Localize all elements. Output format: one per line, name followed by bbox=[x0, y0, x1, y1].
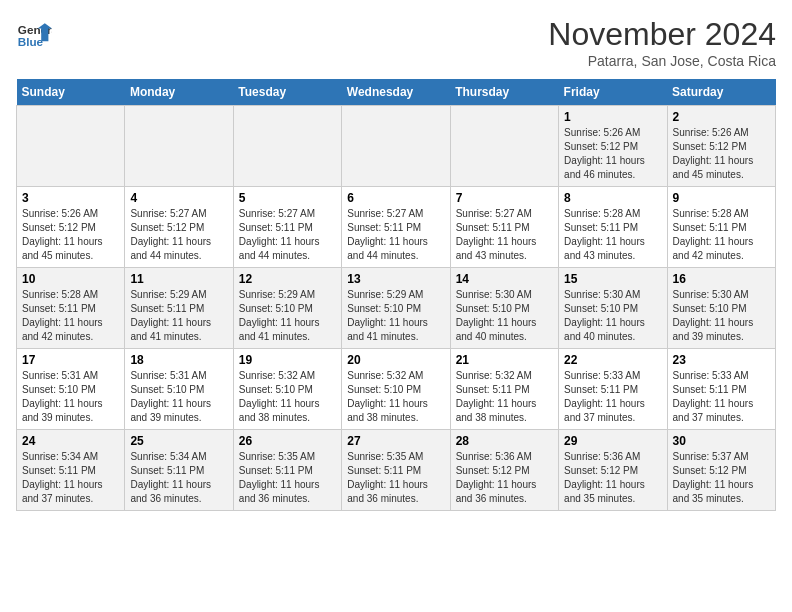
calendar-day-cell: 28Sunrise: 5:36 AM Sunset: 5:12 PM Dayli… bbox=[450, 430, 558, 511]
calendar-day-cell: 24Sunrise: 5:34 AM Sunset: 5:11 PM Dayli… bbox=[17, 430, 125, 511]
day-number: 13 bbox=[347, 272, 444, 286]
day-info: Sunrise: 5:32 AM Sunset: 5:11 PM Dayligh… bbox=[456, 369, 553, 425]
page-header: General Blue November 2024 Patarra, San … bbox=[16, 16, 776, 69]
day-number: 24 bbox=[22, 434, 119, 448]
day-number: 29 bbox=[564, 434, 661, 448]
calendar-day-cell: 21Sunrise: 5:32 AM Sunset: 5:11 PM Dayli… bbox=[450, 349, 558, 430]
day-info: Sunrise: 5:29 AM Sunset: 5:10 PM Dayligh… bbox=[239, 288, 336, 344]
day-info: Sunrise: 5:27 AM Sunset: 5:12 PM Dayligh… bbox=[130, 207, 227, 263]
calendar-day-cell: 3Sunrise: 5:26 AM Sunset: 5:12 PM Daylig… bbox=[17, 187, 125, 268]
logo-icon: General Blue bbox=[16, 16, 52, 52]
day-number: 23 bbox=[673, 353, 770, 367]
calendar-day-cell: 20Sunrise: 5:32 AM Sunset: 5:10 PM Dayli… bbox=[342, 349, 450, 430]
day-of-week-header: Wednesday bbox=[342, 79, 450, 106]
day-info: Sunrise: 5:30 AM Sunset: 5:10 PM Dayligh… bbox=[673, 288, 770, 344]
day-of-week-header: Saturday bbox=[667, 79, 775, 106]
calendar-day-cell: 5Sunrise: 5:27 AM Sunset: 5:11 PM Daylig… bbox=[233, 187, 341, 268]
calendar-day-cell bbox=[17, 106, 125, 187]
day-info: Sunrise: 5:27 AM Sunset: 5:11 PM Dayligh… bbox=[239, 207, 336, 263]
calendar-week-row: 1Sunrise: 5:26 AM Sunset: 5:12 PM Daylig… bbox=[17, 106, 776, 187]
calendar-day-cell: 25Sunrise: 5:34 AM Sunset: 5:11 PM Dayli… bbox=[125, 430, 233, 511]
day-info: Sunrise: 5:27 AM Sunset: 5:11 PM Dayligh… bbox=[456, 207, 553, 263]
day-number: 4 bbox=[130, 191, 227, 205]
day-info: Sunrise: 5:31 AM Sunset: 5:10 PM Dayligh… bbox=[130, 369, 227, 425]
day-info: Sunrise: 5:26 AM Sunset: 5:12 PM Dayligh… bbox=[564, 126, 661, 182]
calendar-day-cell: 10Sunrise: 5:28 AM Sunset: 5:11 PM Dayli… bbox=[17, 268, 125, 349]
day-of-week-header: Tuesday bbox=[233, 79, 341, 106]
day-info: Sunrise: 5:36 AM Sunset: 5:12 PM Dayligh… bbox=[456, 450, 553, 506]
day-number: 19 bbox=[239, 353, 336, 367]
day-info: Sunrise: 5:29 AM Sunset: 5:11 PM Dayligh… bbox=[130, 288, 227, 344]
day-info: Sunrise: 5:29 AM Sunset: 5:10 PM Dayligh… bbox=[347, 288, 444, 344]
day-number: 9 bbox=[673, 191, 770, 205]
day-number: 21 bbox=[456, 353, 553, 367]
calendar-day-cell: 27Sunrise: 5:35 AM Sunset: 5:11 PM Dayli… bbox=[342, 430, 450, 511]
calendar-week-row: 24Sunrise: 5:34 AM Sunset: 5:11 PM Dayli… bbox=[17, 430, 776, 511]
calendar-day-cell bbox=[233, 106, 341, 187]
day-number: 12 bbox=[239, 272, 336, 286]
day-number: 16 bbox=[673, 272, 770, 286]
day-info: Sunrise: 5:30 AM Sunset: 5:10 PM Dayligh… bbox=[564, 288, 661, 344]
day-info: Sunrise: 5:28 AM Sunset: 5:11 PM Dayligh… bbox=[22, 288, 119, 344]
calendar-day-cell: 17Sunrise: 5:31 AM Sunset: 5:10 PM Dayli… bbox=[17, 349, 125, 430]
day-info: Sunrise: 5:28 AM Sunset: 5:11 PM Dayligh… bbox=[564, 207, 661, 263]
day-number: 10 bbox=[22, 272, 119, 286]
calendar-day-cell: 1Sunrise: 5:26 AM Sunset: 5:12 PM Daylig… bbox=[559, 106, 667, 187]
day-number: 15 bbox=[564, 272, 661, 286]
day-number: 8 bbox=[564, 191, 661, 205]
logo: General Blue bbox=[16, 16, 52, 52]
calendar-table: SundayMondayTuesdayWednesdayThursdayFrid… bbox=[16, 79, 776, 511]
calendar-day-cell bbox=[450, 106, 558, 187]
calendar-week-row: 10Sunrise: 5:28 AM Sunset: 5:11 PM Dayli… bbox=[17, 268, 776, 349]
day-number: 3 bbox=[22, 191, 119, 205]
calendar-day-cell: 14Sunrise: 5:30 AM Sunset: 5:10 PM Dayli… bbox=[450, 268, 558, 349]
day-number: 28 bbox=[456, 434, 553, 448]
calendar-day-cell: 9Sunrise: 5:28 AM Sunset: 5:11 PM Daylig… bbox=[667, 187, 775, 268]
day-info: Sunrise: 5:33 AM Sunset: 5:11 PM Dayligh… bbox=[564, 369, 661, 425]
calendar-day-cell: 12Sunrise: 5:29 AM Sunset: 5:10 PM Dayli… bbox=[233, 268, 341, 349]
day-info: Sunrise: 5:36 AM Sunset: 5:12 PM Dayligh… bbox=[564, 450, 661, 506]
day-number: 11 bbox=[130, 272, 227, 286]
title-block: November 2024 Patarra, San Jose, Costa R… bbox=[548, 16, 776, 69]
calendar-day-cell: 15Sunrise: 5:30 AM Sunset: 5:10 PM Dayli… bbox=[559, 268, 667, 349]
day-number: 7 bbox=[456, 191, 553, 205]
day-info: Sunrise: 5:26 AM Sunset: 5:12 PM Dayligh… bbox=[673, 126, 770, 182]
day-number: 25 bbox=[130, 434, 227, 448]
day-info: Sunrise: 5:26 AM Sunset: 5:12 PM Dayligh… bbox=[22, 207, 119, 263]
day-info: Sunrise: 5:37 AM Sunset: 5:12 PM Dayligh… bbox=[673, 450, 770, 506]
day-number: 6 bbox=[347, 191, 444, 205]
calendar-day-cell: 2Sunrise: 5:26 AM Sunset: 5:12 PM Daylig… bbox=[667, 106, 775, 187]
day-info: Sunrise: 5:28 AM Sunset: 5:11 PM Dayligh… bbox=[673, 207, 770, 263]
day-number: 20 bbox=[347, 353, 444, 367]
location-subtitle: Patarra, San Jose, Costa Rica bbox=[548, 53, 776, 69]
day-number: 14 bbox=[456, 272, 553, 286]
calendar-day-cell: 19Sunrise: 5:32 AM Sunset: 5:10 PM Dayli… bbox=[233, 349, 341, 430]
day-number: 30 bbox=[673, 434, 770, 448]
day-number: 5 bbox=[239, 191, 336, 205]
calendar-day-cell: 4Sunrise: 5:27 AM Sunset: 5:12 PM Daylig… bbox=[125, 187, 233, 268]
calendar-week-row: 17Sunrise: 5:31 AM Sunset: 5:10 PM Dayli… bbox=[17, 349, 776, 430]
calendar-day-cell: 6Sunrise: 5:27 AM Sunset: 5:11 PM Daylig… bbox=[342, 187, 450, 268]
svg-text:Blue: Blue bbox=[18, 35, 44, 48]
day-info: Sunrise: 5:32 AM Sunset: 5:10 PM Dayligh… bbox=[239, 369, 336, 425]
day-number: 17 bbox=[22, 353, 119, 367]
calendar-day-cell: 23Sunrise: 5:33 AM Sunset: 5:11 PM Dayli… bbox=[667, 349, 775, 430]
day-info: Sunrise: 5:35 AM Sunset: 5:11 PM Dayligh… bbox=[347, 450, 444, 506]
calendar-day-cell: 18Sunrise: 5:31 AM Sunset: 5:10 PM Dayli… bbox=[125, 349, 233, 430]
calendar-header-row: SundayMondayTuesdayWednesdayThursdayFrid… bbox=[17, 79, 776, 106]
calendar-day-cell bbox=[342, 106, 450, 187]
day-info: Sunrise: 5:33 AM Sunset: 5:11 PM Dayligh… bbox=[673, 369, 770, 425]
day-info: Sunrise: 5:32 AM Sunset: 5:10 PM Dayligh… bbox=[347, 369, 444, 425]
day-number: 27 bbox=[347, 434, 444, 448]
day-info: Sunrise: 5:35 AM Sunset: 5:11 PM Dayligh… bbox=[239, 450, 336, 506]
calendar-day-cell: 16Sunrise: 5:30 AM Sunset: 5:10 PM Dayli… bbox=[667, 268, 775, 349]
calendar-day-cell: 8Sunrise: 5:28 AM Sunset: 5:11 PM Daylig… bbox=[559, 187, 667, 268]
day-number: 2 bbox=[673, 110, 770, 124]
day-info: Sunrise: 5:34 AM Sunset: 5:11 PM Dayligh… bbox=[22, 450, 119, 506]
calendar-day-cell: 30Sunrise: 5:37 AM Sunset: 5:12 PM Dayli… bbox=[667, 430, 775, 511]
day-of-week-header: Sunday bbox=[17, 79, 125, 106]
day-number: 26 bbox=[239, 434, 336, 448]
calendar-day-cell: 11Sunrise: 5:29 AM Sunset: 5:11 PM Dayli… bbox=[125, 268, 233, 349]
calendar-day-cell: 13Sunrise: 5:29 AM Sunset: 5:10 PM Dayli… bbox=[342, 268, 450, 349]
month-title: November 2024 bbox=[548, 16, 776, 53]
